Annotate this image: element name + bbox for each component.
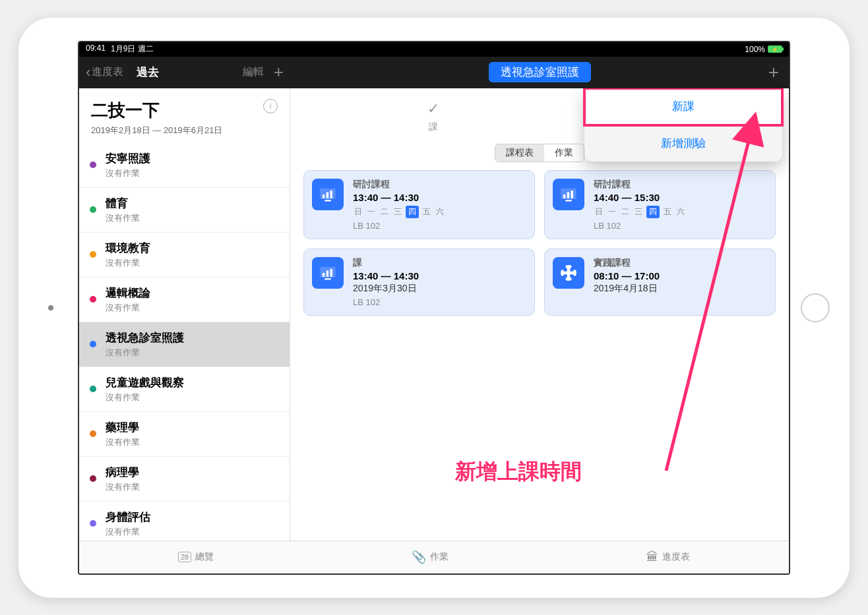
card-time: 14:40 — 15:30 [594,192,767,203]
check-icon: ✓ [427,100,439,117]
popover-new-test[interactable]: 新增測驗 [584,125,782,161]
tab-overview[interactable]: 28 總覽 [178,551,214,563]
course-tag[interactable]: 透視急診室照護 [489,62,591,82]
annotation-text: 新增上課時間 [455,457,582,486]
svg-rect-15 [565,265,571,268]
sidebar-course-item[interactable]: 藥理學 沒有作業 [79,412,290,457]
seg-homework[interactable]: 作業 [544,144,584,161]
battery-percent: 100% [745,45,765,54]
sidebar-course-item[interactable]: 邏輯概論 沒有作業 [79,278,290,322]
schedule-card[interactable]: 研討課程 13:40 — 14:30日一二三四五六LB 102 [303,170,535,239]
tab-lesson[interactable]: ✓ 課 [427,100,439,133]
course-color-dot [90,386,96,392]
sidebar-course-item[interactable]: 身體評估 沒有作業 [79,502,290,541]
svg-rect-18 [573,270,576,276]
course-name: 環境教育 [106,241,279,256]
card-time: 13:40 — 14:30 [353,192,526,203]
svg-rect-14 [325,278,330,279]
course-color-dot [90,341,96,347]
presentation-icon [312,257,344,289]
tab-schedule[interactable]: 🏛 進度表 [646,550,690,564]
battery-icon: ⚡ [768,45,782,53]
calendar-icon: 28 [178,552,191,562]
schedule-card[interactable]: 課 13:40 — 14:302019年3月30日LB 102 [303,249,535,316]
sidebar-course-item[interactable]: 安寧照護 沒有作業 [79,143,290,188]
sidebar-course-item[interactable]: 環境教育 沒有作業 [79,233,290,278]
day-label: 四 [406,206,419,218]
add-right-button[interactable]: + [768,62,779,83]
course-status: 沒有作業 [106,257,279,269]
course-name: 兒童遊戲與觀察 [106,375,279,390]
svg-rect-1 [323,194,325,198]
svg-rect-17 [561,270,564,276]
day-label: 二 [620,206,631,218]
add-left-button[interactable]: + [274,62,284,82]
course-status: 沒有作業 [106,347,279,359]
svg-rect-7 [567,192,570,198]
card-days: 日一二三四五六 [594,206,767,218]
course-color-dot [90,206,96,213]
sidebar: 二技一下 2019年2月18日 — 2019年6月21日 i 安寧照護 沒有作業… [79,88,290,541]
schedule-card[interactable]: 實踐課程 08:10 — 17:002019年4月18日 [544,249,776,316]
course-name: 病理學 [106,465,279,480]
sidebar-course-item[interactable]: 體育 沒有作業 [79,188,290,233]
tab-homework[interactable]: 📎 作業 [412,550,449,564]
svg-rect-6 [563,194,566,198]
course-list: 安寧照護 沒有作業 體育 沒有作業 環境教育 沒有作業 邏輯概論 沒有作業 透視… [79,143,290,541]
schedule-card[interactable]: 研討課程 14:40 — 15:30日一二三四五六LB 102 [544,170,776,239]
svg-rect-12 [326,270,329,276]
main-panel: ✓ 課 ✓ 測驗 課程表 作業 研討課程 13:40 — 14:30日一二三四五… [290,88,789,541]
day-label: 一 [607,206,617,218]
course-status: 沒有作業 [106,526,279,538]
course-name: 身體評估 [106,510,279,525]
course-name: 邏輯概論 [106,285,279,301]
card-title: 實踐課程 [594,257,767,269]
card-title: 研討課程 [594,179,767,190]
svg-rect-2 [326,192,329,198]
card-title: 課 [353,257,526,269]
card-title: 研討課程 [353,179,526,190]
home-button[interactable] [801,293,830,322]
tab-lesson-label: 課 [429,121,438,133]
info-icon[interactable]: i [263,99,278,113]
svg-rect-13 [330,269,333,277]
popover-new-lesson[interactable]: 新課 [584,88,782,125]
seg-schedule[interactable]: 課程表 [495,144,544,161]
card-days: 日一二三四五六 [353,206,526,218]
sidebar-course-item[interactable]: 兒童遊戲與觀察 沒有作業 [79,367,290,412]
course-name: 透視急診室照護 [106,330,279,345]
day-label: 三 [392,206,403,218]
course-status: 沒有作業 [106,436,279,448]
day-label: 四 [646,206,660,218]
day-label: 日 [353,206,363,218]
segment-control[interactable]: 課程表 作業 [495,144,584,162]
day-label: 三 [633,206,644,218]
edit-button[interactable]: 編輯 [243,65,264,79]
course-color-dot [90,251,96,258]
status-bar: 09:41 1月9日 週二 100% ⚡ [79,42,789,57]
course-color-dot [90,475,96,482]
course-color-dot [90,520,96,527]
course-status: 沒有作業 [106,212,279,224]
course-color-dot [90,296,96,303]
add-popover: 新課 新增測驗 [584,88,782,161]
sidebar-course-item[interactable]: 透視急診室照護 沒有作業 [79,322,290,367]
day-label: 五 [421,206,432,218]
day-label: 六 [435,206,445,218]
chevron-left-icon: ‹ [86,64,90,81]
svg-rect-16 [565,278,571,281]
card-time: 13:40 — 14:30 [353,270,526,281]
svg-rect-4 [325,200,330,201]
day-label: 日 [594,206,604,218]
day-label: 五 [662,206,673,218]
course-status: 沒有作業 [106,167,279,179]
medical-plus-icon [553,257,584,289]
back-button[interactable]: ‹ 進度表 [86,64,123,81]
svg-rect-9 [565,200,571,201]
cards-grid: 研討課程 13:40 — 14:30日一二三四五六LB 102研討課程 14:4… [290,170,789,316]
presentation-icon [553,179,584,210]
course-name: 體育 [106,196,279,211]
card-date: 2019年4月18日 [594,283,767,295]
sidebar-course-item[interactable]: 病理學 沒有作業 [79,457,290,502]
ipad-frame: 09:41 1月9日 週二 100% ⚡ ‹ 進度表 過去 編輯 + 透視急診室… [18,18,850,598]
